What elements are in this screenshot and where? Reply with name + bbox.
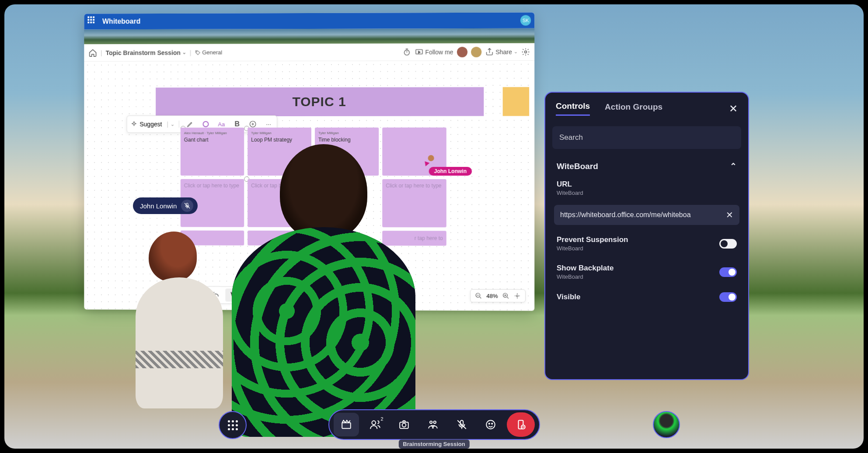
remote-cursor-label: John Lonwin [429,167,472,176]
people-count: 2 [380,416,383,422]
svg-point-7 [516,295,518,297]
timer-icon[interactable] [402,48,411,56]
clapper-icon[interactable] [334,413,359,436]
emoji-icon[interactable] [478,413,503,436]
sticky-author: Tyler Milligan [318,131,375,135]
toggle-visible[interactable] [719,292,737,302]
participant-avatar-1[interactable] [457,47,467,57]
tag-icon [195,49,201,55]
user-badge[interactable]: SK [520,15,531,26]
search-placeholder: Search [559,133,583,142]
prevent-sub: WiteBoard [557,245,628,252]
scenic-banner [84,28,534,45]
prop-url-sub: WiteBoard [557,190,737,196]
toggle-prevent-suspension[interactable] [719,239,737,249]
app-title: Whiteboard [102,17,140,25]
zoom-in-icon[interactable] [502,291,509,300]
zoom-controls: 48% [470,289,526,302]
zoom-value: 48% [486,293,498,299]
sticky-text: Time blocking [318,137,375,143]
screenshare-icon[interactable] [420,413,446,436]
tag-general[interactable]: General [195,49,222,55]
share-label: Share [495,48,512,55]
tag-label: General [202,49,222,55]
tab-action-groups[interactable]: Action Groups [605,102,662,115]
backplate-label: Show Backplate [557,264,614,273]
svg-point-12 [429,421,432,423]
section-witeboard[interactable]: WiteBoard ⌃ [550,157,744,176]
sticky-text: Gant chart [184,137,241,143]
follow-me-label: Follow me [425,48,453,55]
toggle-show-backplate[interactable] [719,267,737,277]
leave-button[interactable] [507,412,535,437]
backplate-sub: WiteBoard [557,273,614,280]
svg-point-9 [372,421,376,425]
file-name-text: Topic Brainstorm Session [106,49,181,56]
prop-show-backplate: Show Backplate WiteBoard [550,258,744,286]
suggest-label: Suggest [139,121,162,128]
sticky-author: Alex Henault · Tyler Milligan [184,131,241,135]
follow-me-button[interactable]: Follow me [415,48,453,56]
avatar-participant [136,232,223,415]
svg-point-11 [402,423,406,427]
svg-point-15 [488,423,489,424]
file-name[interactable]: Topic Brainstorm Session ⌄ [106,49,186,56]
close-icon[interactable]: ✕ [729,103,738,115]
present-icon [415,48,423,56]
prevent-label: Prevent Suspension [557,235,628,244]
home-icon[interactable] [88,48,97,57]
svg-point-13 [433,421,436,423]
svg-rect-8 [342,423,351,429]
share-button[interactable]: Share ⌄ [485,47,518,56]
settings-icon[interactable] [521,47,530,56]
chevron-down-icon: ⌄ [182,50,186,55]
svg-point-3 [525,51,527,53]
user-nameplate: John Lonwin [133,197,198,214]
user-nameplate-name: John Lonwin [140,202,177,210]
avatar-self [232,144,415,449]
clear-input-icon[interactable]: ✕ [726,210,733,220]
suggest-button[interactable]: Suggest | ⌄ [131,121,179,128]
mic-muted-button[interactable] [449,413,474,436]
fit-view-icon[interactable] [514,291,521,300]
dock-toolbar: 2 [328,409,540,440]
camera-icon[interactable] [391,413,417,436]
mic-muted-icon [181,200,193,212]
sticky-text: Loop PM strategy [251,137,308,143]
tab-controls[interactable]: Controls [556,101,590,116]
user-cursor-avatar [428,155,434,161]
section-title: WiteBoard [557,162,598,171]
self-avatar-bubble[interactable] [653,411,680,438]
prop-url: URL WiteBoard [550,176,744,201]
dock-apps-button[interactable] [219,411,247,439]
prop-url-label: URL [557,180,737,189]
people-icon[interactable]: 2 [363,413,388,436]
chevron-up-icon: ⌃ [730,161,737,171]
whiteboard-topbar: | Topic Brainstorm Session ⌄ | General F… [84,43,534,62]
zoom-out-icon[interactable] [475,291,482,300]
topic-side-block [503,87,529,116]
url-input-value: https://whiteboard.office.com/me/whitebo… [560,211,691,219]
controls-panel: Controls Action Groups ✕ Search WiteBoar… [544,92,749,380]
topic-header[interactable]: TOPIC 1 [156,87,484,116]
vr-viewport: Whiteboard SK | Topic Brainstorm Session… [4,4,864,449]
participant-avatar-2[interactable] [471,47,481,57]
session-label: Brainstorming Session [398,439,469,449]
visible-label: Visible [557,293,581,301]
chevron-down-icon: ⌄ [514,49,518,55]
prop-prevent-suspension: Prevent Suspension WiteBoard [550,229,744,258]
sparkle-icon [131,121,138,128]
svg-point-16 [492,423,492,424]
svg-point-0 [196,51,197,52]
prop-visible: Visible [550,286,744,308]
url-input[interactable]: https://whiteboard.office.com/me/whitebo… [554,205,739,225]
svg-point-14 [486,420,495,429]
sticky-author: Tyler Milligan [251,131,308,135]
whiteboard-titlebar: Whiteboard SK [84,12,534,29]
chevron-down-icon: ⌄ [171,121,174,127]
search-input[interactable]: Search [552,126,741,149]
share-icon [485,48,494,56]
app-launcher-icon[interactable] [87,16,98,27]
